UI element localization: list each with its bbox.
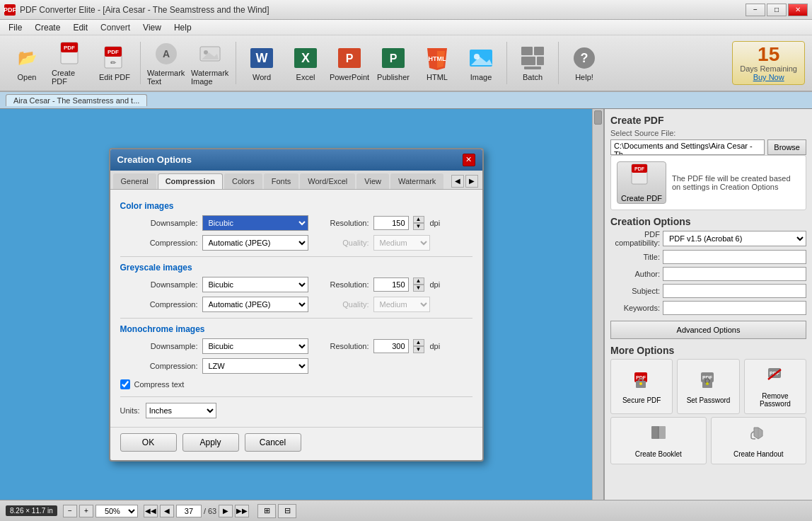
create-handout-button[interactable]: Create Handout bbox=[711, 417, 807, 464]
zoom-in-button[interactable]: + bbox=[79, 505, 93, 517]
view-continuous-button[interactable]: ⊟ bbox=[278, 504, 296, 518]
tab-view[interactable]: View bbox=[356, 173, 389, 189]
tab-fonts[interactable]: Fonts bbox=[264, 173, 299, 189]
menu-file[interactable]: File bbox=[3, 21, 28, 34]
powerpoint-icon: P bbox=[337, 45, 362, 71]
grey-compression-select[interactable]: Automatic (JPEG) bbox=[202, 297, 308, 312]
document-tab[interactable]: Aira Cesar - The Seamstress and t... bbox=[6, 94, 147, 106]
units-select[interactable]: Inches Centimeters Millimeters bbox=[146, 403, 216, 418]
secure-pdf-button[interactable]: PDF Secure PDF bbox=[610, 359, 673, 414]
toolbar-batch[interactable]: Batch bbox=[511, 38, 554, 88]
page-first-button[interactable]: ◀◀ bbox=[144, 505, 158, 517]
menu-create[interactable]: Create bbox=[29, 21, 66, 34]
author-input[interactable] bbox=[663, 267, 806, 281]
vertical-scrollbar[interactable] bbox=[592, 109, 603, 500]
grey-downsample-select[interactable]: Bicubic bbox=[202, 277, 308, 292]
more-options-title: More Options bbox=[610, 345, 806, 356]
create-pdf-main-button[interactable]: PDF Create PDF bbox=[617, 161, 666, 204]
tab-watermark[interactable]: Watermark bbox=[390, 173, 443, 189]
page-prev-button[interactable]: ◀ bbox=[160, 505, 174, 517]
ok-button[interactable]: OK bbox=[120, 433, 177, 452]
tab-compression[interactable]: Compression bbox=[158, 173, 223, 189]
menu-convert[interactable]: Convert bbox=[95, 21, 136, 34]
mono-resolution-input[interactable] bbox=[373, 339, 409, 353]
create-pdf-title: Create PDF bbox=[610, 115, 806, 126]
color-compression-select[interactable]: Automatic (JPEG) JPEG ZIP bbox=[202, 235, 308, 251]
toolbar-word[interactable]: W Word bbox=[240, 38, 283, 88]
close-button[interactable]: ✕ bbox=[788, 4, 808, 16]
color-resolution-down[interactable]: ▼ bbox=[413, 223, 424, 230]
color-resolution-input[interactable] bbox=[373, 216, 409, 230]
page-next-button[interactable]: ▶ bbox=[219, 505, 233, 517]
mono-compression-select[interactable]: LZW ZIP CCITT G4 bbox=[202, 358, 308, 374]
publisher-icon: P bbox=[381, 45, 406, 71]
page-number-input[interactable] bbox=[176, 505, 202, 517]
apply-button[interactable]: Apply bbox=[182, 433, 239, 452]
toolbar-powerpoint[interactable]: P PowerPoint bbox=[328, 38, 371, 88]
pdf-compat-select[interactable]: PDF v1.5 (Acrobat 6) PDF v1.4 (Acrobat 5… bbox=[663, 231, 806, 246]
right-panel: Create PDF Select Source File: C:\Docume… bbox=[603, 109, 812, 500]
create-booklet-icon bbox=[649, 423, 668, 447]
toolbar-excel[interactable]: X Excel bbox=[284, 38, 327, 88]
dialog-nav-next[interactable]: ▶ bbox=[465, 175, 478, 188]
grey-resolution-down[interactable]: ▼ bbox=[413, 285, 424, 292]
menu-help[interactable]: Help bbox=[168, 21, 197, 34]
zoom-select[interactable]: 50% 75% 100% bbox=[95, 505, 138, 517]
color-quality-select[interactable]: Medium Low High bbox=[373, 235, 430, 251]
create-pdf-btn-label: Create PDF bbox=[621, 194, 662, 202]
cancel-button[interactable]: Cancel bbox=[245, 433, 301, 452]
maximize-button[interactable]: □ bbox=[767, 4, 787, 16]
toolbar-create-pdf[interactable]: PDF Create PDF bbox=[50, 38, 92, 88]
create-booklet-button[interactable]: Create Booklet bbox=[610, 417, 707, 464]
color-resolution-label: Resolution: bbox=[313, 219, 369, 227]
keywords-input[interactable] bbox=[663, 301, 806, 315]
dialog-close-button[interactable]: ✕ bbox=[463, 154, 475, 166]
units-row: Units: Inches Centimeters Millimeters bbox=[120, 396, 472, 418]
toolbar-publisher[interactable]: P Publisher bbox=[372, 38, 414, 88]
more-options-grid: PDF Secure PDF PDF bbox=[610, 359, 806, 414]
remove-password-button[interactable]: PDF Remove Password bbox=[744, 359, 806, 414]
browse-button[interactable]: Browse bbox=[767, 139, 806, 155]
zoom-out-button[interactable]: − bbox=[63, 505, 77, 517]
advanced-options-button[interactable]: Advanced Options bbox=[610, 321, 806, 339]
minimize-button[interactable]: − bbox=[746, 4, 765, 16]
toolbar-watermark-text[interactable]: A Watermark Text bbox=[145, 38, 187, 88]
toolbar-help[interactable]: ? Help! bbox=[563, 38, 605, 88]
buy-now-link[interactable]: Buy Now bbox=[740, 73, 797, 81]
tab-word-excel[interactable]: Word/Excel bbox=[300, 173, 355, 189]
grey-compression-label: Compression: bbox=[120, 300, 198, 309]
menu-edit[interactable]: Edit bbox=[67, 21, 93, 34]
mono-resolution-up[interactable]: ▲ bbox=[413, 339, 424, 346]
view-single-button[interactable]: ⊞ bbox=[257, 504, 276, 518]
mono-resolution-down[interactable]: ▼ bbox=[413, 346, 424, 353]
scrollbar-thumb[interactable] bbox=[594, 110, 602, 125]
color-downsample-row: Downsample: Bicubic Bilinear Subsample R… bbox=[120, 215, 472, 231]
toolbar-watermark-image[interactable]: Watermark Image bbox=[189, 38, 231, 88]
toolbar-open[interactable]: 📂 Open bbox=[6, 38, 48, 88]
toolbar-html[interactable]: HTML HTML bbox=[416, 38, 458, 88]
color-resolution-up[interactable]: ▲ bbox=[413, 216, 424, 223]
page-last-button[interactable]: ▶▶ bbox=[235, 505, 249, 517]
mono-compression-row: Compression: LZW ZIP CCITT G4 bbox=[120, 358, 472, 374]
svg-rect-49 bbox=[651, 426, 659, 439]
grey-quality-select[interactable]: Medium bbox=[373, 297, 430, 312]
set-password-button[interactable]: PDF Set Password bbox=[677, 359, 739, 414]
title-input[interactable] bbox=[663, 250, 806, 264]
create-handout-icon bbox=[748, 423, 768, 447]
subject-input[interactable] bbox=[663, 284, 806, 298]
compress-text-checkbox[interactable] bbox=[120, 379, 130, 389]
tab-colors[interactable]: Colors bbox=[224, 173, 262, 189]
tab-general[interactable]: General bbox=[113, 173, 156, 189]
dialog-nav-prev[interactable]: ◀ bbox=[451, 175, 464, 188]
compress-text-label: Compress text bbox=[134, 380, 185, 389]
svg-rect-27 bbox=[534, 47, 544, 55]
color-downsample-select[interactable]: Bicubic Bilinear Subsample bbox=[202, 215, 308, 231]
toolbar-edit-pdf[interactable]: PDF ✏ Edit PDF bbox=[93, 38, 136, 88]
menu-view[interactable]: View bbox=[137, 21, 167, 34]
mono-resolution-label: Resolution: bbox=[313, 342, 369, 350]
mono-downsample-select[interactable]: Bicubic bbox=[202, 338, 308, 354]
grey-resolution-up[interactable]: ▲ bbox=[413, 277, 424, 285]
grey-resolution-input[interactable] bbox=[373, 277, 409, 292]
toolbar-image[interactable]: Image bbox=[460, 38, 502, 88]
remove-password-label: Remove Password bbox=[748, 392, 803, 408]
